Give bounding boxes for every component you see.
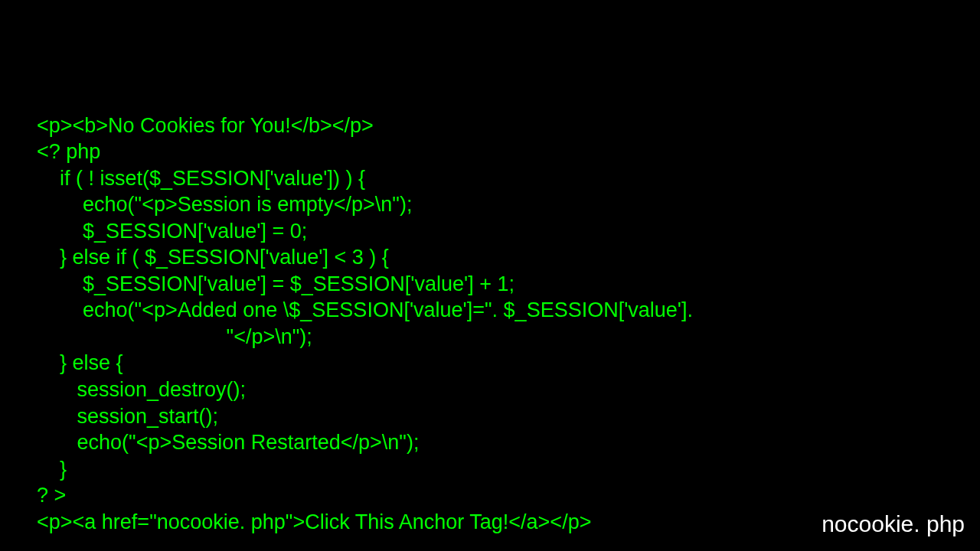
code-line: $_SESSION['value'] = $_SESSION['value'] … bbox=[37, 272, 514, 295]
code-line: echo("<p>Session is empty</p>\n"); bbox=[37, 193, 412, 216]
code-line: } else { bbox=[37, 351, 123, 374]
code-line: $_SESSION['value'] = 0; bbox=[37, 220, 307, 243]
code-line: <p><a href="nocookie. php">Click This An… bbox=[37, 510, 591, 533]
code-line: session_start(); bbox=[37, 405, 218, 428]
code-line: echo("<p>Added one \$_SESSION['value']="… bbox=[37, 298, 693, 321]
code-line: <p><b>No Cookies for You!</b></p> bbox=[37, 114, 374, 137]
code-line: if ( ! isset($_SESSION['value']) ) { bbox=[37, 167, 365, 190]
slide: <p><b>No Cookies for You!</b></p> <? php… bbox=[0, 0, 980, 551]
code-line: "</p>\n"); bbox=[37, 325, 312, 348]
code-line: echo("<p>Session Restarted</p>\n"); bbox=[37, 431, 419, 454]
code-line: } else if ( $_SESSION['value'] < 3 ) { bbox=[37, 246, 389, 269]
code-line: } bbox=[37, 458, 67, 481]
footer-filename: nocookie. php bbox=[822, 511, 965, 537]
code-snippet: <p><b>No Cookies for You!</b></p> <? php… bbox=[37, 86, 940, 551]
code-line: <? php bbox=[37, 140, 100, 163]
code-line: ? > bbox=[37, 484, 66, 507]
code-line: session_destroy(); bbox=[37, 378, 246, 401]
